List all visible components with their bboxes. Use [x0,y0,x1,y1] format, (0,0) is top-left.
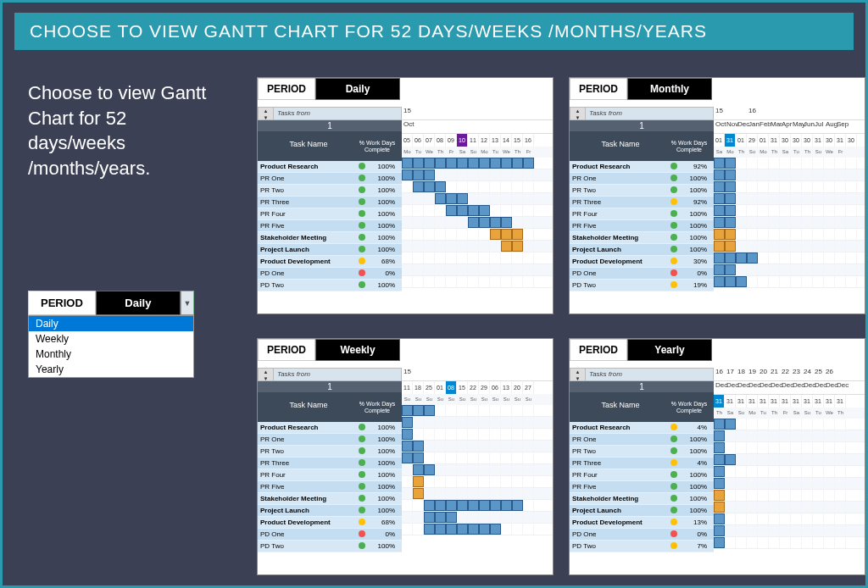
gantt-cell [435,264,446,275]
spinner[interactable]: ▲▼ [259,108,274,119]
period-value[interactable]: Daily [315,78,400,100]
gantt-cell [468,488,479,499]
gantt-cell [747,478,758,489]
gantt-cell [523,158,534,169]
gantt-cell [769,466,780,477]
gantt-bar-row [714,525,865,537]
gantt-cell [846,158,857,169]
gantt-cell [791,525,802,536]
spinner[interactable]: ▲▼ [570,108,586,119]
gantt-cell [479,169,490,180]
gantt-cell [490,500,501,511]
period-value[interactable]: Yearly [627,339,712,361]
period-value[interactable]: Weekly [315,339,400,361]
gantt-cell [457,441,468,452]
task-row: PR One 100% [258,434,402,446]
gantt-cell [736,419,747,430]
task-name: PR Five [258,483,358,491]
gantt-cell [402,252,413,263]
gantt-cell [725,502,736,513]
spin-up-icon[interactable]: ▲ [259,108,273,114]
gantt-cell [446,452,457,463]
gantt-cell [479,429,490,440]
gantt-cell [446,476,457,487]
status-dot-icon [670,198,678,207]
gantt-cell [824,252,835,263]
spinner[interactable]: ▲▼ [259,369,274,380]
spin-down-icon[interactable]: ▼ [570,114,585,121]
gantt-bar-row [714,252,865,264]
task-row: Product Research 92% [570,161,714,173]
gantt-cell [413,452,424,463]
gantt-cell [835,525,846,536]
gantt-cell [747,419,758,430]
gantt-cell [446,264,457,275]
gantt-cell [413,158,424,169]
spin-down-icon[interactable]: ▼ [259,375,273,382]
task-name: Product Research [570,424,670,431]
dropdown-arrow-icon[interactable]: ▼ [181,291,194,315]
dropdown-option-yearly[interactable]: Yearly [29,362,193,377]
gantt-cell [747,276,758,287]
date-cell: 31 [835,395,846,408]
period-selected-value[interactable]: Daily [96,291,181,315]
gantt-cell [835,217,846,228]
status-dot-icon [358,519,366,527]
dropdown-option-daily[interactable]: Daily [29,316,193,331]
task-percent: 4% [678,424,710,431]
gantt-cell [413,476,424,487]
gantt-cell [457,464,468,475]
spin-down-icon[interactable]: ▼ [570,375,585,382]
gantt-cell [769,181,780,192]
gantt-cell [413,500,424,511]
gantt-cell [835,537,846,548]
task-row: Product Research 100% [258,422,402,434]
gantt-cell [402,205,413,216]
period-value[interactable]: Monthly [627,78,712,100]
gantt-cell [457,229,468,240]
date-cell: 25 [424,381,435,394]
gantt-cell [501,488,512,499]
task-row: PD One 0% [570,268,714,280]
gantt-cell [835,430,846,441]
spin-up-icon[interactable]: ▲ [570,108,585,114]
spin-up-icon[interactable]: ▲ [259,369,273,375]
gantt-cell [413,217,424,228]
gantt-cell [435,252,446,263]
gantt-cell [747,502,758,513]
status-dot-icon [358,483,366,491]
spin-down-icon[interactable]: ▼ [259,114,273,121]
spinner[interactable]: ▲▼ [570,369,586,380]
gantt-cell [824,466,835,477]
gantt-cell [479,181,490,192]
spin-up-icon[interactable]: ▲ [570,369,585,375]
gantt-bar-row [402,441,553,452]
gantt-cell [736,181,747,192]
task-row: PR Five 100% [258,220,402,232]
task-percent: 100% [678,210,710,218]
gantt-cell [512,524,523,535]
gantt-cell [780,229,791,240]
gantt-cell [824,513,835,524]
gantt-bar-row [714,537,865,549]
gantt-cell [523,476,534,487]
task-percent: 0% [678,269,710,277]
gantt-cell [835,169,846,180]
gantt-cell [813,205,824,216]
gantt-cell [791,169,802,180]
task-row: Product Research 100% [258,161,402,173]
timeline-year-row: 15 [402,368,553,381]
gantt-bar-row [714,193,865,205]
gantt-cell [479,241,490,252]
dropdown-option-monthly[interactable]: Monthly [29,347,193,362]
gantt-cell [813,490,824,501]
gantt-cell [479,405,490,416]
gantt-bar-row [402,193,553,205]
timeline-month-row: DecDecDecDecDecDecDecDecDecDecDecDec [714,381,865,395]
task-row: PD Two 7% [570,541,714,552]
task-row: Stakeholder Meeting 100% [258,493,402,505]
date-cell: 30 [791,134,802,147]
gantt-cell [736,502,747,513]
dropdown-option-weekly[interactable]: Weekly [29,331,193,347]
gantt-cell [490,241,501,252]
